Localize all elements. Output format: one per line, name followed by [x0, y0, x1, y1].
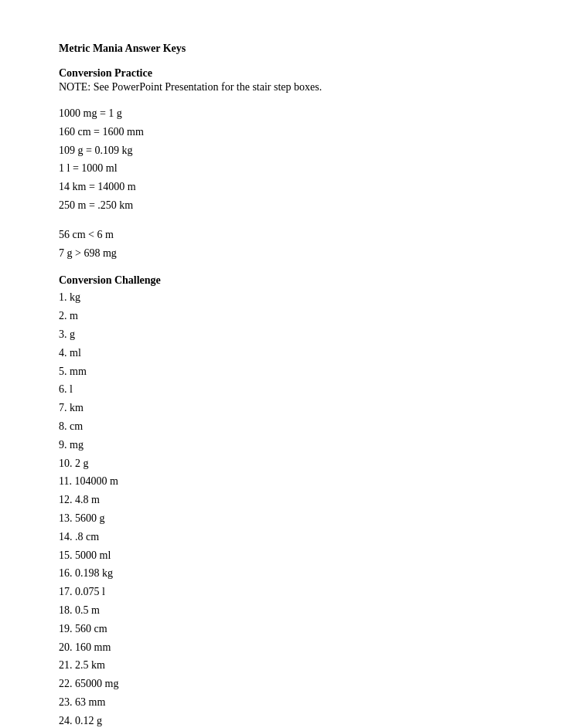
- conversion-item: 14 km = 14000 m: [59, 178, 504, 196]
- challenge-item: 5. mm: [59, 362, 504, 381]
- challenge-item: 21. 2.5 km: [59, 656, 504, 675]
- page-container: Metric Mania Answer Keys Conversion Prac…: [0, 0, 563, 728]
- challenge-item: 4. ml: [59, 344, 504, 362]
- challenge-item: 14. .8 cm: [59, 528, 504, 546]
- challenge-item: 11. 104000 m: [59, 472, 504, 491]
- challenge-item: 24. 0.12 g: [59, 712, 504, 728]
- challenge-item: 22. 65000 mg: [59, 675, 504, 693]
- conversion-item: 109 g = 0.109 kg: [59, 141, 504, 160]
- conversion-practice-heading: Conversion Practice: [59, 67, 504, 80]
- challenge-item: 6. l: [59, 380, 504, 399]
- challenge-item: 20. 160 mm: [59, 638, 504, 657]
- challenge-item: 7. km: [59, 399, 504, 417]
- challenge-item: 17. 0.075 l: [59, 583, 504, 601]
- challenge-item: 23. 63 mm: [59, 693, 504, 712]
- conversion-item: 250 m = .250 km: [59, 196, 504, 215]
- comparison-item: 56 cm < 6 m: [59, 226, 504, 244]
- conversion-challenge-heading: Conversion Challenge: [59, 274, 504, 287]
- challenge-item: 18. 0.5 m: [59, 601, 504, 620]
- challenge-item: 19. 560 cm: [59, 620, 504, 638]
- conversion-list: 1000 mg = 1 g160 cm = 1600 mm109 g = 0.1…: [59, 104, 504, 215]
- challenge-item: 16. 0.198 kg: [59, 564, 504, 583]
- conversion-item: 1000 mg = 1 g: [59, 104, 504, 123]
- challenge-item: 8. cm: [59, 417, 504, 436]
- comparison-item: 7 g > 698 mg: [59, 244, 504, 263]
- challenge-item: 10. 2 g: [59, 454, 504, 473]
- conversion-item: 160 cm = 1600 mm: [59, 123, 504, 141]
- page-title: Metric Mania Answer Keys: [59, 43, 504, 55]
- conversion-item: 1 l = 1000 ml: [59, 159, 504, 178]
- challenge-item: 1. kg: [59, 288, 504, 307]
- challenge-item: 2. m: [59, 307, 504, 325]
- comparison-list: 56 cm < 6 m7 g > 698 mg: [59, 226, 504, 263]
- challenge-item: 15. 5000 ml: [59, 546, 504, 565]
- conversion-practice-note: NOTE: See PowerPoint Presentation for th…: [59, 81, 504, 94]
- challenge-list: 1. kg2. m3. g4. ml5. mm6. l7. km8. cm9. …: [59, 288, 504, 728]
- challenge-item: 13. 5600 g: [59, 509, 504, 528]
- challenge-item: 12. 4.8 m: [59, 491, 504, 509]
- challenge-item: 9. mg: [59, 436, 504, 454]
- challenge-item: 3. g: [59, 325, 504, 344]
